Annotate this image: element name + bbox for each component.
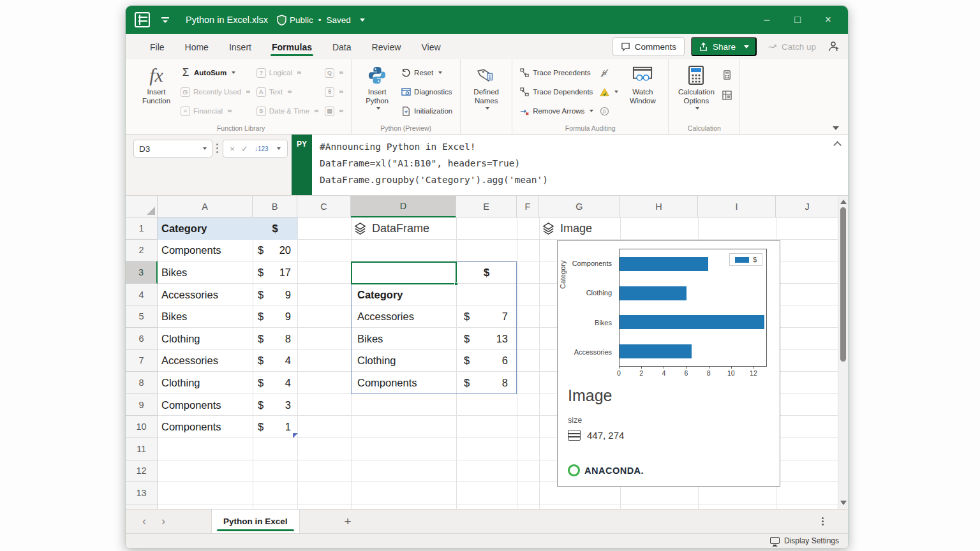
sensitivity-label[interactable]: Public • Saved [290, 15, 365, 25]
recently-used-button[interactable]: ◷Recently Used [181, 84, 250, 100]
maximize-button[interactable]: □ [784, 10, 811, 30]
cell-a6[interactable]: Clothing [158, 328, 253, 350]
row-header-3[interactable]: 3 [126, 261, 158, 284]
row-header-12[interactable]: 12 [126, 460, 158, 483]
lookup-reference-button[interactable]: Q [325, 64, 343, 81]
tab-data[interactable]: Data [325, 36, 359, 57]
tab-formulas[interactable]: Formulas [264, 36, 320, 57]
cell-b5[interactable]: $9 [253, 305, 297, 328]
row-header-11[interactable]: 11 [126, 438, 158, 460]
row-header-14-partial[interactable] [126, 504, 158, 509]
column-header-c[interactable]: C [297, 196, 351, 217]
name-box[interactable]: D3 [133, 140, 212, 158]
column-header-b[interactable]: B [253, 196, 297, 217]
tab-file[interactable]: File [142, 36, 172, 57]
share-button[interactable]: Share [691, 37, 757, 56]
column-header-j[interactable]: J [776, 196, 839, 217]
watch-window-button[interactable]: Watch Window [625, 64, 660, 106]
comments-button[interactable]: Comments [612, 37, 685, 56]
calculate-now-button[interactable] [722, 66, 732, 83]
tab-review[interactable]: Review [364, 36, 409, 57]
text-button[interactable]: AText [256, 84, 318, 100]
date-time-button[interactable]: SDate & Time [256, 103, 318, 119]
sheet-more-options-icon[interactable] [822, 517, 824, 519]
evaluate-formula-button[interactable]: fx [600, 103, 618, 119]
more-functions-button[interactable]: ▤ [325, 103, 343, 119]
minimize-button[interactable]: – [754, 10, 780, 30]
row-header-2[interactable]: 2 [126, 240, 158, 262]
calculate-sheet-button[interactable] [722, 87, 732, 103]
remove-arrows-button[interactable]: Remove Arrows [520, 103, 593, 119]
row-header-1[interactable]: 1 [126, 217, 158, 240]
row-header-13[interactable]: 13 [126, 482, 158, 504]
active-cell-d3[interactable] [351, 261, 457, 284]
cancel-entry-icon[interactable]: × [230, 144, 235, 154]
row-header-5[interactable]: 5 [126, 305, 158, 328]
select-all-corner[interactable] [126, 196, 158, 217]
row-header-8[interactable]: 8 [126, 372, 158, 394]
cell-b6[interactable]: $8 [253, 328, 297, 350]
sheet-nav-prev-icon[interactable]: ‹ [135, 515, 154, 528]
scrollbar-thumb[interactable] [840, 207, 846, 362]
show-formulas-button[interactable]: fx [600, 64, 618, 81]
column-header-e[interactable]: E [456, 196, 517, 217]
cell-a3[interactable]: Bikes [158, 261, 253, 284]
cell-b2[interactable]: $20 [253, 240, 297, 262]
scroll-up-icon[interactable] [840, 200, 847, 204]
scroll-down-icon[interactable] [840, 501, 847, 505]
add-sheet-button[interactable]: + [345, 515, 352, 529]
column-header-d[interactable]: D [351, 196, 456, 217]
cell-d7[interactable]: Clothing [351, 350, 456, 372]
sheet-tab-python-in-excel[interactable]: Python in Excel [211, 510, 300, 533]
cell-b9[interactable]: $3 [253, 394, 297, 416]
logical-button[interactable]: ?Logical [256, 64, 318, 81]
row-header-10[interactable]: 10 [126, 416, 158, 438]
financial-button[interactable]: ≡Financial [181, 103, 250, 119]
presence-person-icon[interactable] [828, 40, 840, 53]
reset-button[interactable]: Reset [401, 64, 452, 81]
row-header-7[interactable]: 7 [126, 350, 158, 372]
cell-a10[interactable]: Components [158, 416, 253, 438]
initialization-button[interactable]: Initialization [401, 103, 452, 119]
column-header-f[interactable]: F [517, 196, 539, 217]
formula-bar-handle-icon[interactable] [216, 143, 218, 145]
display-settings-button[interactable]: Display Settings [784, 536, 839, 545]
cell-a7[interactable]: Accessories [158, 350, 253, 372]
tab-insert[interactable]: Insert [221, 36, 259, 57]
insert-python-button[interactable]: Insert Python [359, 64, 395, 110]
excel-app-icon[interactable] [135, 12, 150, 27]
catch-up-button[interactable]: Catch up [763, 42, 821, 52]
vertical-scrollbar[interactable] [838, 196, 848, 509]
column-header-g[interactable]: G [539, 196, 620, 217]
cell-a9[interactable]: Components [158, 394, 253, 416]
cell-d4[interactable]: Category [351, 284, 456, 306]
cell-d5[interactable]: Accessories [351, 305, 456, 328]
trace-precedents-button[interactable]: Trace Precedents [520, 64, 593, 81]
column-header-a[interactable]: A [158, 196, 253, 217]
quick-access-toolbar-icon[interactable] [161, 17, 169, 23]
formula-input[interactable]: #Announcing Python in Excel!DataFrame=xl… [312, 135, 848, 195]
calculation-options-button[interactable]: Calculation Options [676, 64, 716, 110]
cell-b3[interactable]: $17 [253, 261, 297, 284]
cell-b10[interactable]: $1 [253, 416, 297, 438]
cell-a4[interactable]: Accessories [158, 284, 253, 306]
autosum-button[interactable]: ΣAutoSum [181, 64, 250, 81]
cell-a5[interactable]: Bikes [158, 305, 253, 328]
cell-d8[interactable]: Components [351, 372, 456, 394]
tab-view[interactable]: View [413, 36, 448, 57]
row-header-6[interactable]: 6 [126, 328, 158, 350]
python-output-type-icon[interactable]: ↓123 [255, 145, 269, 152]
cell-a1[interactable]: Category [158, 217, 253, 240]
fill-handle[interactable] [454, 282, 458, 286]
row-header-4[interactable]: 4 [126, 284, 158, 306]
cell-e8[interactable]: $8 [456, 372, 517, 394]
insert-function-button[interactable]: fx Insert Function [138, 64, 174, 106]
cell-e7[interactable]: $6 [456, 350, 517, 372]
dataframe-card-label[interactable]: DataFrame [353, 217, 429, 240]
collapse-ribbon-icon[interactable] [833, 126, 839, 130]
cell-e5[interactable]: $7 [456, 305, 517, 328]
cell-b1[interactable]: $ [253, 217, 297, 240]
image-card-label[interactable]: Image [542, 217, 592, 240]
image-card[interactable]: ComponentsClothingBikesAccessories Categ… [557, 240, 780, 487]
cell-b4[interactable]: $9 [253, 284, 297, 306]
